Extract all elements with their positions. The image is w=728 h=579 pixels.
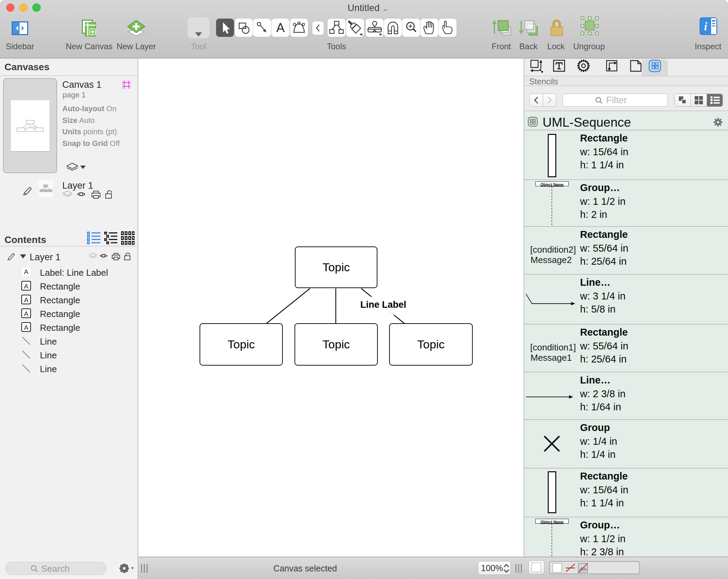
- svg-text:i: i: [704, 20, 707, 33]
- svg-text:A: A: [276, 21, 285, 35]
- svg-text:Line Label: Line Label: [30, 126, 37, 127]
